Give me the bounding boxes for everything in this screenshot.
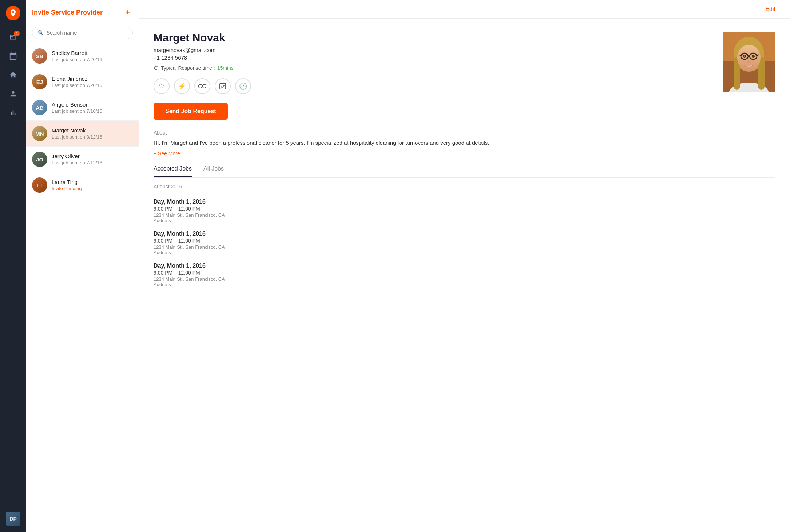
job-address2-3: Address — [154, 282, 775, 287]
heart-icon-button[interactable]: ♡ — [154, 78, 170, 94]
checkbox-icon-button[interactable] — [215, 78, 231, 94]
profile-phone: +1 1234 5678 — [154, 55, 708, 61]
provider-sub-jerry: Last job sent on 7/12/16 — [52, 160, 133, 165]
search-icon: 🔍 — [37, 30, 44, 36]
svg-point-0 — [199, 84, 202, 88]
provider-item-laura[interactable]: LT Laura Ting Invite Pending — [26, 172, 139, 198]
svg-point-9 — [737, 45, 761, 71]
provider-sub-shelley: Last job sent on 7/20/16 — [52, 57, 133, 62]
job-address2-2: Address — [154, 250, 775, 255]
search-input[interactable] — [47, 30, 127, 36]
response-value: 15mins — [217, 65, 234, 71]
profile-section: Marget Novak margetnovak@gmail.com +1 12… — [139, 19, 790, 130]
user-avatar[interactable]: DP — [6, 512, 20, 526]
svg-rect-2 — [220, 83, 226, 89]
month-label: August 2016 — [154, 184, 775, 189]
nav-tasks-icon[interactable]: 4 — [5, 29, 21, 45]
provider-sub-marget: Last job sent on 8/12/16 — [52, 134, 133, 140]
job-address-1: 1234 Main St., San Francisco, CA — [154, 212, 775, 218]
response-label: Typical Response time : — [161, 65, 215, 71]
job-item-3: Day, Month 1, 2016 9:00 PM – 12:00 PM 12… — [154, 263, 775, 287]
job-date-1: Day, Month 1, 2016 — [154, 199, 775, 205]
provider-name-angelo: Angelo Benson — [52, 101, 133, 108]
job-address-3: 1234 Main St., San Francisco, CA — [154, 276, 775, 282]
tabs-section: Accepted Jobs All Jobs — [139, 157, 790, 178]
search-wrapper: 🔍 — [26, 22, 139, 43]
provider-name-jerry: Jerry Oliver — [52, 153, 133, 159]
nav-person-icon[interactable] — [5, 86, 21, 102]
provider-name-marget: Marget Novak — [52, 127, 133, 133]
provider-info-jerry: Jerry Oliver Last job sent on 7/12/16 — [52, 153, 133, 165]
tab-all-jobs[interactable]: All Jobs — [203, 165, 224, 177]
job-time-2: 9:00 PM – 12:00 PM — [154, 238, 775, 244]
jobs-divider — [154, 194, 775, 194]
provider-info-marget: Marget Novak Last job sent on 8/12/16 — [52, 127, 133, 140]
profile-email: margetnovak@gmail.com — [154, 47, 708, 53]
provider-info-shelley: Shelley Barrett Last job sent on 7/20/16 — [52, 50, 133, 62]
about-text: Hi, I'm Marget and I've been a professio… — [154, 139, 775, 147]
svg-point-1 — [203, 84, 206, 88]
profile-info: Marget Novak margetnovak@gmail.com +1 12… — [154, 32, 708, 130]
action-icons: ♡ ⚡ 🕐 — [154, 78, 708, 94]
provider-info-laura: Laura Ting Invite Pending — [52, 179, 133, 191]
provider-avatar-shelley: SB — [32, 48, 47, 64]
about-section: About Hi, I'm Marget and I've been a pro… — [139, 130, 790, 157]
provider-avatar-angelo: AB — [32, 100, 47, 115]
provider-avatar-elena: EJ — [32, 74, 47, 89]
profile-photo — [723, 32, 775, 92]
svg-point-17 — [744, 56, 745, 57]
provider-item-marget[interactable]: MN Marget Novak Last job sent on 8/12/16 — [26, 121, 139, 147]
provider-name-elena: Elena Jimenez — [52, 76, 133, 82]
job-item-1: Day, Month 1, 2016 9:00 PM – 12:00 PM 12… — [154, 199, 775, 223]
provider-name-shelley: Shelley Barrett — [52, 50, 133, 56]
nav-home-icon[interactable] — [5, 67, 21, 83]
bolt-icon-button[interactable]: ⚡ — [174, 78, 190, 94]
glasses-icon-button[interactable] — [194, 78, 210, 94]
job-address-2: 1234 Main St., San Francisco, CA — [154, 244, 775, 250]
clock-icon: ⏱ — [154, 65, 159, 71]
jobs-list: August 2016 Day, Month 1, 2016 9:00 PM –… — [139, 178, 790, 300]
panel-header: Invite Service Provider + — [26, 0, 139, 22]
panel-title: Invite Service Provider — [32, 9, 103, 16]
job-date-3: Day, Month 1, 2016 — [154, 263, 775, 269]
provider-sub-elena: Last job sent on 7/20/16 — [52, 83, 133, 88]
tab-accepted-jobs[interactable]: Accepted Jobs — [154, 165, 192, 177]
job-time-3: 9:00 PM – 12:00 PM — [154, 270, 775, 276]
provider-avatar-jerry: JO — [32, 152, 47, 167]
provider-item-elena[interactable]: EJ Elena Jimenez Last job sent on 7/20/1… — [26, 69, 139, 95]
main-content: Edit Marget Novak margetnovak@gmail.com … — [139, 0, 790, 532]
job-time-1: 9:00 PM – 12:00 PM — [154, 206, 775, 212]
provider-avatar-marget: MN — [32, 126, 47, 141]
provider-info-angelo: Angelo Benson Last job sent on 7/10/16 — [52, 101, 133, 114]
provider-list-panel: Invite Service Provider + 🔍 SB Shelley B… — [26, 0, 139, 532]
provider-item-shelley[interactable]: SB Shelley Barrett Last job sent on 7/20… — [26, 43, 139, 69]
see-more-button[interactable]: + See More — [154, 151, 180, 156]
response-time: ⏱ Typical Response time : 15mins — [154, 65, 708, 71]
nav-calendar-icon[interactable] — [5, 48, 21, 64]
main-header: Edit — [139, 0, 790, 19]
search-container: 🔍 — [32, 27, 133, 39]
provider-name-laura: Laura Ting — [52, 179, 133, 185]
job-address2-1: Address — [154, 218, 775, 223]
provider-item-jerry[interactable]: JO Jerry Oliver Last job sent on 7/12/16 — [26, 147, 139, 172]
nav-chart-icon[interactable] — [5, 105, 21, 121]
svg-point-18 — [753, 56, 754, 57]
provider-avatar-laura: LT — [32, 177, 47, 193]
provider-sub-angelo: Last job sent on 7/10/16 — [52, 108, 133, 114]
app-logo[interactable] — [6, 6, 20, 20]
profile-name: Marget Novak — [154, 32, 708, 44]
tasks-badge: 4 — [14, 31, 20, 36]
provider-info-elena: Elena Jimenez Last job sent on 7/20/16 — [52, 76, 133, 88]
provider-item-angelo[interactable]: AB Angelo Benson Last job sent on 7/10/1… — [26, 95, 139, 121]
provider-sub-laura: Invite Pending — [52, 186, 133, 191]
send-job-request-button[interactable]: Send Job Request — [154, 103, 228, 120]
tabs-header: Accepted Jobs All Jobs — [154, 165, 775, 178]
add-provider-button[interactable]: + — [123, 7, 133, 17]
about-label: About — [154, 130, 775, 136]
provider-list: SB Shelley Barrett Last job sent on 7/20… — [26, 43, 139, 532]
clock-icon-button[interactable]: 🕐 — [235, 78, 251, 94]
job-date-2: Day, Month 1, 2016 — [154, 231, 775, 237]
job-item-2: Day, Month 1, 2016 9:00 PM – 12:00 PM 12… — [154, 231, 775, 255]
edit-button[interactable]: Edit — [765, 6, 775, 12]
sidebar-nav: 4 DP — [0, 0, 26, 532]
